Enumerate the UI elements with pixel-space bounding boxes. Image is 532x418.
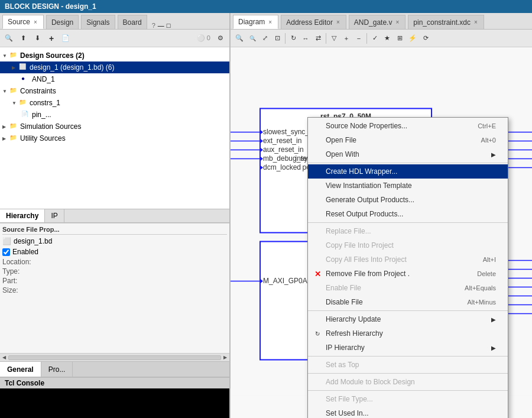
filter-down-button[interactable]: ⬇ (31, 32, 44, 45)
menu-hierarchy-update-label: Hierarchy Update (326, 315, 381, 323)
menu-generate-output[interactable]: Generate Output Products... (308, 193, 508, 207)
design1-bd-icon: ⬜ (2, 237, 11, 245)
tab-design[interactable]: Design (46, 15, 79, 29)
scroll-bar: ◀ ▶ (0, 353, 229, 361)
source-file-props: Source File Prop... ⬜ design_1.bd Enable… (0, 223, 229, 353)
add-button[interactable]: + (45, 32, 58, 45)
hier-tab-hierarchy[interactable]: Hierarchy (0, 209, 45, 222)
design-sources-header[interactable]: ▼ 📁 Design Sources (2) (0, 50, 229, 61)
size-row: Size: (2, 286, 227, 294)
menu-source-node-props[interactable]: Source Node Properties... Ctrl+E (308, 119, 508, 133)
help-icon[interactable]: ? (152, 22, 155, 29)
constrs1-item[interactable]: ▼ 📁 constrs_1 (0, 97, 229, 109)
menu-open-with[interactable]: Open With ▶ (308, 147, 508, 161)
tab-source[interactable]: Source × (2, 15, 44, 29)
star-button[interactable]: ★ (381, 32, 393, 45)
tab-diagram[interactable]: Diagram × (233, 15, 278, 29)
design1-bd-label: ⬜ design_1.bd (2, 237, 227, 245)
menu-create-hdl-wrapper[interactable]: Create HDL Wrapper... (308, 164, 508, 179)
menu-view-instantiation[interactable]: View Instantiation Template (308, 179, 508, 193)
menu-disable-file[interactable]: Disable File Alt+Minus (308, 295, 508, 309)
enabled-checkbox[interactable] (2, 248, 10, 256)
refresh2-button[interactable]: ⟳ (420, 32, 432, 45)
svg-text:ext_reset_in: ext_reset_in (263, 137, 301, 145)
tab-source-close[interactable]: × (33, 19, 38, 25)
simulation-icon: 📁 (9, 122, 19, 131)
menu-remove-file[interactable]: ✕ Remove File from Project . Delete (308, 267, 508, 281)
menu-set-used-in[interactable]: Set Used In... (308, 406, 508, 418)
location-row: Location: (2, 258, 227, 266)
tab-address-editor-close[interactable]: × (335, 19, 341, 25)
menu-sep1 (308, 163, 508, 163)
design-sources-label: Design Sources (2) (20, 51, 85, 60)
scroll-track[interactable] (8, 355, 221, 360)
zoom-in-button[interactable]: 🔍 (233, 32, 246, 45)
simulation-label: Simulation Sources (20, 122, 81, 131)
minus-button[interactable]: − (353, 32, 365, 45)
hier-tab-ip[interactable]: IP (45, 209, 64, 222)
scroll-left[interactable]: ◀ (1, 355, 7, 360)
tab-and-gate[interactable]: AND_gate.v × (349, 15, 406, 29)
filter-down2-button[interactable]: ▽ (328, 32, 340, 45)
scroll-right[interactable]: ▶ (222, 355, 228, 360)
sources-tree: ▼ 📁 Design Sources (2) ▶ ⬜ design_1 (des… (0, 47, 229, 209)
tcl-console-label: Tcl Console (0, 377, 229, 388)
bottom-tab-properties[interactable]: Pro... (41, 362, 73, 377)
zoom-rect-button[interactable]: ⊡ (271, 32, 283, 45)
maximize-icon[interactable]: □ (167, 22, 171, 29)
tab-pin-constraint-close[interactable]: × (473, 19, 479, 25)
zoom-out-button[interactable]: 🔍 (246, 32, 258, 45)
menu-open-file[interactable]: Open File Alt+0 (308, 133, 508, 147)
add2-button[interactable]: + (340, 32, 352, 45)
menu-enable-file-shortcut: Alt+Equals (465, 284, 496, 291)
menu-view-instantiation-label: View Instantiation Template (326, 182, 412, 190)
move-button[interactable]: ↔ (300, 32, 312, 45)
utility-item[interactable]: ▶ 📁 Utility Sources (0, 132, 229, 144)
fit-window-button[interactable]: ⤢ (259, 32, 271, 45)
menu-set-file-type: Set File Type... (308, 392, 508, 406)
file-new-button[interactable]: 📄 (59, 32, 72, 45)
menu-open-with-label: Open With (326, 150, 359, 158)
link-button[interactable]: ⚡ (406, 32, 419, 45)
utility-icon: 📁 (9, 134, 19, 142)
toolbar-sep2 (326, 33, 326, 44)
menu-reset-output[interactable]: Reset Output Products... (308, 207, 508, 221)
menu-remove-file-label: Remove File from Project . (326, 270, 410, 278)
menu-enable-file: Enable File Alt+Equals (308, 281, 508, 295)
expand-arrow: ▼ (2, 53, 9, 59)
tab-and-gate-close[interactable]: × (394, 19, 400, 25)
menu-set-as-top: Set as Top (308, 358, 508, 372)
settings-button[interactable]: ⚙ (214, 32, 227, 45)
filter-up-button[interactable]: ⬆ (17, 32, 30, 45)
simulation-item[interactable]: ▶ 📁 Simulation Sources (0, 121, 229, 132)
bottom-tab-general[interactable]: General (0, 362, 41, 377)
route-button[interactable]: ⇄ (312, 32, 324, 45)
constraints-icon: 📁 (9, 87, 19, 95)
menu-refresh-hierarchy[interactable]: ↻ Refresh Hierarchy (308, 326, 508, 341)
refresh-button[interactable]: ↻ (287, 32, 299, 45)
menu-ip-hierarchy-arrow: ▶ (491, 345, 496, 351)
tab-pin-constraint[interactable]: pin_constraint.xdc × (408, 15, 484, 29)
tab-signals[interactable]: Signals (81, 15, 115, 29)
design1-item[interactable]: ▶ ⬜ design_1 (design_1.bd) (6) (0, 61, 229, 73)
tab-diagram-close[interactable]: × (267, 19, 273, 25)
menu-source-node-props-label: Source Node Properties... (326, 122, 407, 130)
and1-item[interactable]: ● AND_1 (0, 73, 229, 85)
menu-sep6 (308, 390, 508, 391)
menu-reset-output-label: Reset Output Products... (326, 210, 403, 218)
menu-add-module: Add Module to Block Design (308, 375, 508, 389)
tab-address-editor[interactable]: Address Editor × (281, 15, 346, 29)
tcl-console[interactable] (0, 388, 229, 418)
pin-xdc-item[interactable]: 📄 pin_... (0, 109, 229, 121)
select-button[interactable]: ⊞ (394, 32, 406, 45)
enabled-label: Enabled (12, 248, 38, 256)
menu-hierarchy-update[interactable]: Hierarchy Update ▶ (308, 312, 508, 326)
menu-disable-file-label: Disable File (326, 298, 363, 306)
minimize-icon[interactable]: — (158, 22, 164, 29)
menu-ip-hierarchy[interactable]: IP Hierarchy ▶ (308, 341, 508, 355)
left-toolbar: 🔍 ⬆ ⬇ + 📄 ⚪ 0 ⚙ (0, 30, 229, 47)
validate-button[interactable]: ✓ (369, 32, 381, 45)
search-button[interactable]: 🔍 (2, 32, 15, 45)
constraints-item[interactable]: ▼ 📁 Constraints (0, 85, 229, 97)
tab-board[interactable]: Board (118, 15, 147, 29)
